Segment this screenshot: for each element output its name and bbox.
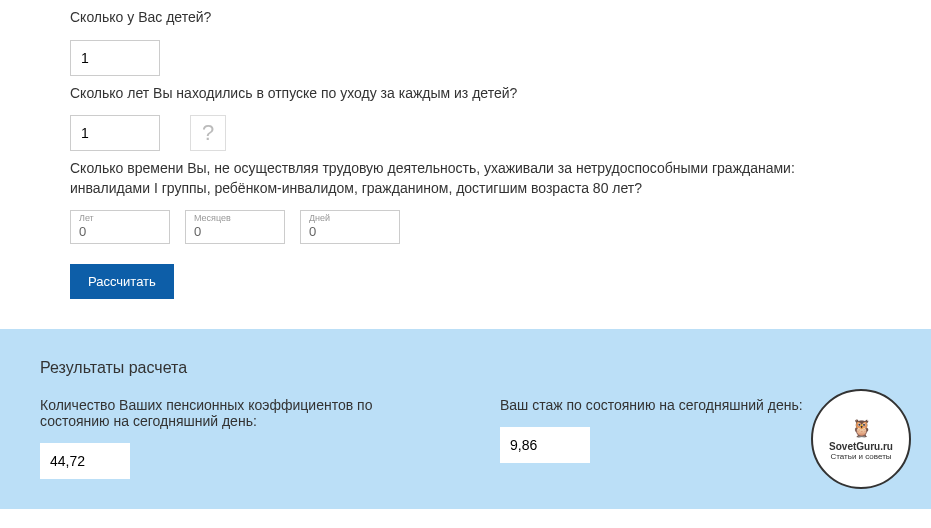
owl-icon: 🦉 xyxy=(851,418,872,439)
days-input[interactable] xyxy=(309,224,391,239)
calculate-button[interactable]: Рассчитать xyxy=(70,264,174,299)
care-time-label: Сколько времени Вы, не осуществляя трудо… xyxy=(70,159,861,198)
months-input[interactable] xyxy=(194,224,276,239)
stazh-value xyxy=(500,427,590,463)
years-group: Лет xyxy=(70,210,170,244)
coef-value xyxy=(40,443,130,479)
months-label: Месяцев xyxy=(194,213,276,223)
watermark-stamp: 🦉 SovetGuru.ru Статьи и советы xyxy=(811,389,911,489)
days-label: Дней xyxy=(309,213,391,223)
days-group: Дней xyxy=(300,210,400,244)
results-panel: Результаты расчета Количество Ваших пенс… xyxy=(0,329,931,509)
help-icon[interactable]: ? xyxy=(190,115,226,151)
coef-label: Количество Ваших пенсионных коэффициенто… xyxy=(40,397,440,429)
stamp-line2: Статьи и советы xyxy=(830,452,891,461)
stazh-label: Ваш стаж по состоянию на сегодняшний ден… xyxy=(500,397,803,413)
years-input[interactable] xyxy=(79,224,161,239)
children-count-label: Сколько у Вас детей? xyxy=(70,8,861,28)
leave-years-label: Сколько лет Вы находились в отпуске по у… xyxy=(70,84,861,104)
years-label: Лет xyxy=(79,213,161,223)
children-count-input[interactable] xyxy=(70,40,160,76)
months-group: Месяцев xyxy=(185,210,285,244)
results-title: Результаты расчета xyxy=(40,359,891,377)
stamp-line1: SovetGuru.ru xyxy=(829,441,893,452)
leave-years-input[interactable] xyxy=(70,115,160,151)
